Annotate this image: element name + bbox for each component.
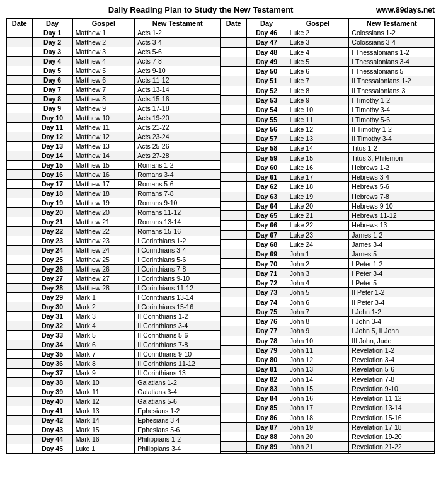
day-cell: Day 13 [32,142,72,151]
date-cell [7,94,33,104]
nt-cell: Romans 7-8 [135,189,220,198]
gospel-cell: Mark 11 [72,387,135,397]
nt-cell: II Thessalonians 1-2 [349,76,435,86]
day-cell: Day 29 [32,293,72,302]
table-row: Day 20 Matthew 20 Romans 11-12 [7,208,220,217]
date-cell [221,38,247,47]
day-cell: Day 34 [32,340,72,350]
gospel-cell: John 12 [287,355,349,365]
table-row: Day 47 Luke 3 Colossians 3-4 [221,38,435,47]
day-cell: Day 47 [246,38,287,47]
day-cell: Day 15 [32,161,72,170]
nt-cell: Romans 3-4 [135,170,220,180]
gospel-cell: Mark 13 [72,406,135,416]
table-row: Day 40 Mark 12 Galatians 5-6 [7,397,220,406]
table-row: Day 14 Matthew 14 Acts 27-28 [7,151,220,161]
table-row: Day 63 Luke 19 Hebrews 7-8 [221,192,435,201]
gospel-cell: Matthew 1 [72,28,135,38]
day-cell: Day 1 [32,28,72,38]
day-cell: Day 56 [246,124,287,134]
day-cell: Day 71 [246,268,287,278]
nt-cell: Acts 27-28 [135,151,220,161]
day-cell: Day 87 [246,422,287,432]
gospel-cell: Matthew 13 [72,142,135,151]
table-row: Day 71 John 3 I Peter 3-4 [221,268,435,278]
gospel-cell: Luke 18 [287,182,349,192]
website-url: www.89days.net [376,6,435,14]
gospel-cell: Matthew 6 [72,76,135,85]
day-cell: Day 55 [246,115,287,124]
table-row [221,451,435,453]
nt-cell: Revelation 3-4 [349,355,435,365]
table-row: Day 70 John 2 I Peter 1-2 [221,259,435,268]
left-table-body: Day 1 Matthew 1 Acts 1-2 Day 2 Matthew 2… [7,28,220,454]
nt-cell: Revelation 7-8 [349,374,435,384]
day-cell: Day 27 [32,274,72,284]
date-cell [221,451,247,453]
nt-cell: II Corinthians 9-10 [135,350,220,359]
day-cell: Day 59 [246,153,287,163]
date-cell [7,151,33,161]
nt-cell: I Timothy 3-4 [349,105,435,115]
date-cell [221,278,247,287]
gospel-cell: John 4 [287,278,349,287]
day-cell: Day 52 [246,86,287,95]
gospel-cell: John 10 [287,336,349,345]
table-row: Day 44 Mark 16 Philippians 1-2 [7,435,220,444]
gospel-cell: Luke 11 [287,115,349,124]
gospel-cell: Luke 21 [287,211,349,220]
date-cell [221,384,247,393]
gospel-cell: Matthew 22 [72,227,135,236]
gospel-cell: Luke 19 [287,192,349,201]
date-cell [221,153,247,163]
gospel-cell: Matthew 23 [72,236,135,246]
nt-cell: Revelation 5-6 [349,365,435,374]
nt-cell: Acts 9-10 [135,66,220,76]
nt-cell: II Peter 3-4 [349,297,435,307]
table-row: Day 58 Luke 14 Titus 1-2 [221,144,435,153]
nt-cell: Romans 1-2 [135,161,220,170]
day-cell: Day 49 [246,57,287,66]
nt-cell: I John 3-4 [349,316,435,326]
nt-cell: Acts 15-16 [135,94,220,104]
date-cell [221,413,247,422]
nt-cell: II Corinthians 11-12 [135,359,220,369]
gospel-cell: John 16 [287,394,349,403]
gospel-cell: Matthew 21 [72,217,135,227]
nt-cell: I John 1-2 [349,307,435,316]
table-row: Day 4 Matthew 4 Acts 7-8 [7,57,220,66]
nt-cell: III John, Jude [349,336,435,345]
date-cell [7,170,33,180]
day-cell: Day 20 [32,208,72,217]
date-cell [7,397,33,406]
day-cell: Day 81 [246,365,287,374]
nt-cell: Revelation 15-16 [349,413,435,422]
table-row: Day 21 Matthew 21 Romans 13-14 [7,217,220,227]
table-row: Day 64 Luke 20 Hebrews 9-10 [221,201,435,210]
table-row: Day 62 Luke 18 Hebrews 5-6 [221,182,435,192]
col-header-day-left: Day [32,19,72,28]
day-cell: Day 83 [246,384,287,393]
gospel-cell: Luke 9 [287,95,349,105]
date-cell [221,442,247,451]
table-row: Day 8 Matthew 8 Acts 15-16 [7,94,220,104]
day-cell: Day 22 [32,227,72,236]
date-cell [7,161,33,170]
gospel-cell: John 1 [287,249,349,259]
nt-cell: Revelation 17-18 [349,422,435,432]
gospel-cell: Mark 7 [72,350,135,359]
nt-cell: Romans 9-10 [135,198,220,208]
nt-cell: Titus 3, Philemon [349,153,435,163]
day-cell: Day 80 [246,355,287,365]
col-header-gospel-right: Gospel [287,19,349,28]
gospel-cell: Matthew 20 [72,208,135,217]
table-row: Day 37 Mark 9 II Corinthians 13 [7,369,220,378]
day-cell: Day 67 [246,230,287,239]
table-header-row: Date Day Gospel New Testament [7,19,220,28]
nt-cell: Titus 1-2 [349,144,435,153]
gospel-cell: Luke 14 [287,144,349,153]
nt-cell: Acts 11-12 [135,76,220,85]
gospel-cell: John 18 [287,413,349,422]
nt-cell: Acts 7-8 [135,57,220,66]
gospel-cell: Matthew 5 [72,66,135,76]
